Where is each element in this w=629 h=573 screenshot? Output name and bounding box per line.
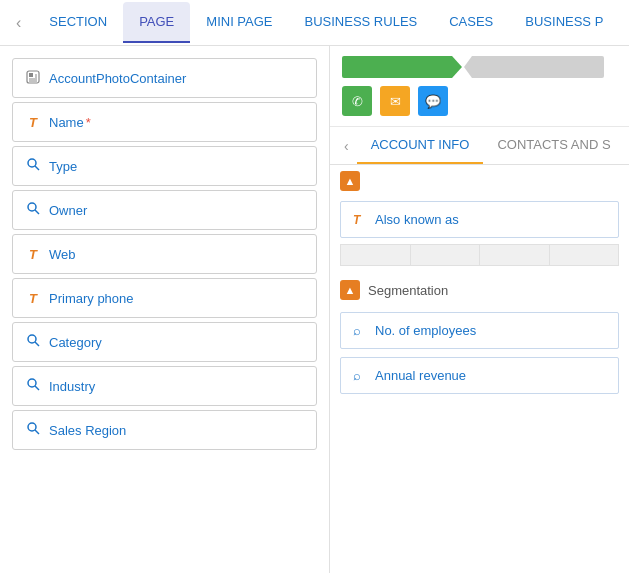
- field-item-name[interactable]: TName *: [12, 102, 317, 142]
- field-item-photo[interactable]: AccountPhotoContainer: [12, 58, 317, 98]
- segmentation-collapse-button[interactable]: ▲: [340, 280, 360, 300]
- gray-cell-1: [341, 245, 411, 265]
- nav-tab-business-p[interactable]: BUSINESS P: [509, 2, 619, 43]
- num-employees-label: No. of employees: [375, 323, 476, 338]
- annual-revenue-field[interactable]: ⌕ Annual revenue: [340, 357, 619, 394]
- photo-icon-photo: [25, 70, 41, 87]
- svg-point-12: [28, 379, 36, 387]
- field-label-photo: AccountPhotoContainer: [49, 71, 186, 86]
- search-icon-type: [25, 158, 41, 174]
- field-item-industry[interactable]: Industry: [12, 366, 317, 406]
- nav-tab-page[interactable]: PAGE: [123, 2, 190, 43]
- required-marker-name: *: [86, 115, 91, 130]
- t-icon-primary_phone: T: [25, 291, 41, 306]
- svg-rect-1: [29, 73, 33, 77]
- progress-bar: [342, 56, 617, 78]
- field-item-type[interactable]: Type: [12, 146, 317, 186]
- search-icon-industry: [25, 378, 41, 394]
- collapse-icon: ▲: [345, 175, 356, 187]
- nav-tab-section[interactable]: SECTION: [33, 2, 123, 43]
- account-tabs: ‹ ACCOUNT INFOCONTACTS AND S: [330, 127, 629, 165]
- section-collapse: ▲: [330, 165, 629, 197]
- svg-line-9: [35, 210, 39, 214]
- field-item-category[interactable]: Category: [12, 322, 317, 362]
- gray-cell-2: [411, 245, 481, 265]
- right-panel: ✆ ✉ 💬 ‹ ACCOUNT INFOCONTACTS AND S: [330, 46, 629, 573]
- collapse-button[interactable]: ▲: [340, 171, 360, 191]
- gray-cell-4: [550, 245, 619, 265]
- progress-gray: [464, 56, 604, 78]
- num-employees-field[interactable]: ⌕ No. of employees: [340, 312, 619, 349]
- t-icon-web: T: [25, 247, 41, 262]
- field-label-web: Web: [49, 247, 76, 262]
- t-icon: T: [353, 213, 367, 227]
- svg-line-15: [35, 430, 39, 434]
- svg-point-10: [28, 335, 36, 343]
- search-icon-employees: ⌕: [353, 323, 367, 338]
- phone-icon: ✆: [352, 94, 363, 109]
- nav-tab-mini-page[interactable]: MINI PAGE: [190, 2, 288, 43]
- search-icon-revenue: ⌕: [353, 368, 367, 383]
- chat-icon: 💬: [425, 94, 441, 109]
- account-tab-contacts-and-s[interactable]: CONTACTS AND S: [483, 127, 624, 164]
- search-icon-category: [25, 334, 41, 350]
- field-item-sales_region[interactable]: Sales Region: [12, 410, 317, 450]
- action-icons: ✆ ✉ 💬: [342, 86, 617, 116]
- search-icon-sales_region: [25, 422, 41, 438]
- field-label-industry: Industry: [49, 379, 95, 394]
- field-label-type: Type: [49, 159, 77, 174]
- nav-tab-cases[interactable]: CASES: [433, 2, 509, 43]
- phone-button[interactable]: ✆: [342, 86, 372, 116]
- t-icon-name: T: [25, 115, 41, 130]
- right-header: ✆ ✉ 💬: [330, 46, 629, 127]
- seg-collapse-icon: ▲: [345, 284, 356, 296]
- left-panel: AccountPhotoContainerTName *TypeOwnerTWe…: [0, 46, 330, 573]
- search-icon-owner: [25, 202, 41, 218]
- annual-revenue-label: Annual revenue: [375, 368, 466, 383]
- nav-tab-business-rules[interactable]: BUSINESS RULES: [289, 2, 434, 43]
- svg-line-13: [35, 386, 39, 390]
- svg-line-7: [35, 166, 39, 170]
- svg-point-6: [28, 159, 36, 167]
- svg-point-8: [28, 203, 36, 211]
- account-tabs-back-arrow[interactable]: ‹: [340, 130, 353, 162]
- segmentation-label: Segmentation: [368, 283, 448, 298]
- top-nav: ‹ SECTIONPAGEMINI PAGEBUSINESS RULESCASE…: [0, 0, 629, 46]
- field-item-web[interactable]: TWeb: [12, 234, 317, 274]
- progress-green: [342, 56, 462, 78]
- also-known-as-label: Also known as: [375, 212, 459, 227]
- field-label-primary_phone: Primary phone: [49, 291, 134, 306]
- chat-button[interactable]: 💬: [418, 86, 448, 116]
- gray-row-1: [340, 244, 619, 266]
- svg-point-14: [28, 423, 36, 431]
- field-label-owner: Owner: [49, 203, 87, 218]
- field-item-owner[interactable]: Owner: [12, 190, 317, 230]
- field-label-name: Name: [49, 115, 84, 130]
- nav-back-arrow[interactable]: ‹: [8, 10, 29, 36]
- field-label-category: Category: [49, 335, 102, 350]
- svg-line-11: [35, 342, 39, 346]
- gray-cell-3: [480, 245, 550, 265]
- email-icon: ✉: [390, 94, 401, 109]
- main-area: AccountPhotoContainerTName *TypeOwnerTWe…: [0, 46, 629, 573]
- account-tab-account-info[interactable]: ACCOUNT INFO: [357, 127, 484, 164]
- field-item-primary_phone[interactable]: TPrimary phone: [12, 278, 317, 318]
- field-label-sales_region: Sales Region: [49, 423, 126, 438]
- email-button[interactable]: ✉: [380, 86, 410, 116]
- also-known-as-field[interactable]: T Also known as: [340, 201, 619, 238]
- segmentation-section: ▲ Segmentation: [330, 272, 629, 308]
